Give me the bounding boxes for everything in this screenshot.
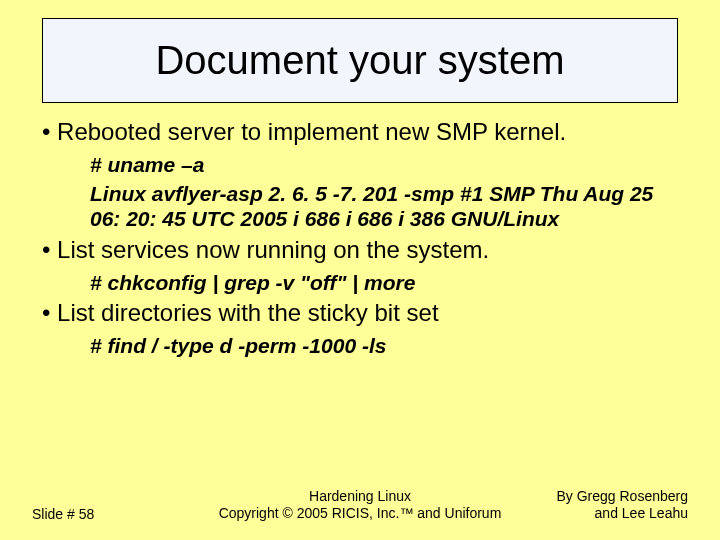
slide-title: Document your system [155,38,564,83]
footer: Slide # 58 Hardening Linux Copyright © 2… [0,488,720,522]
footer-right-line1: By Gregg Rosenberg [540,488,688,505]
footer-center: Hardening Linux Copyright © 2005 RICIS, … [180,488,540,522]
bullet-2: List services now running on the system. [42,236,678,264]
footer-center-line2: Copyright © 2005 RICIS, Inc.™ and Unifor… [180,505,540,522]
bullet-3: List directories with the sticky bit set [42,299,678,327]
bullet-1: Rebooted server to implement new SMP ker… [42,118,678,146]
bullet-1-sub-1: # uname –a [90,152,678,177]
footer-right-line2: and Lee Leahu [540,505,688,522]
footer-author: By Gregg Rosenberg and Lee Leahu [540,488,720,522]
slide-content: Rebooted server to implement new SMP ker… [42,118,678,362]
title-box: Document your system [42,18,678,103]
bullet-2-sub-1: # chkconfig | grep -v "off" | more [90,270,678,295]
bullet-1-sub-2: Linux avflyer-asp 2. 6. 5 -7. 201 -smp #… [90,181,678,231]
bullet-3-sub-1: # find / -type d -perm -1000 -ls [90,333,678,358]
footer-center-line1: Hardening Linux [180,488,540,505]
footer-slide-number: Slide # 58 [0,506,180,522]
